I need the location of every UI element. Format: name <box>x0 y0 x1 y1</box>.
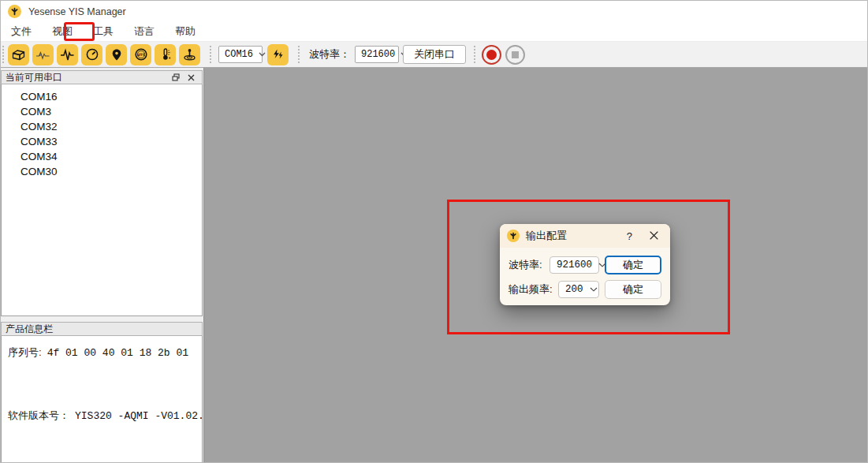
baud-rate-label: 波特率： <box>309 47 350 62</box>
dialog-close-button[interactable] <box>642 230 663 242</box>
port-list-item[interactable]: COM16 <box>2 89 202 104</box>
dialog-body: 波特率: 921600 确定 输出频率: 200 确定 <box>500 248 670 299</box>
info-panel-header: 产品信息栏 <box>1 322 203 336</box>
info-panel-title: 产品信息栏 <box>6 323 53 336</box>
location-pin-button[interactable] <box>106 44 127 65</box>
port-list: COM16 COM3 COM32 COM33 COM34 COM30 <box>1 84 203 316</box>
dialog-output-rate-value: 200 <box>565 284 583 295</box>
dialog-baud-value: 921600 <box>557 260 592 271</box>
product-info-panel: 序列号: 4f 01 00 40 01 18 2b 01 软件版本号： YIS3… <box>1 336 203 463</box>
serial-number-row: 序列号: 4f 01 00 40 01 18 2b 01 <box>8 345 188 360</box>
com-port-value: COM16 <box>225 49 253 60</box>
toolbar: UTC COM16 <box>1 42 867 68</box>
software-version-value: YIS320 -AQMI -V01.02.03; <box>75 410 203 422</box>
close-serial-port-button[interactable]: 关闭串口 <box>403 45 466 64</box>
toolbar-grip[interactable] <box>2 46 6 63</box>
menu-item-tools[interactable]: 工具 <box>84 22 122 41</box>
yesense-logo-icon <box>8 5 21 18</box>
thermometer-button[interactable] <box>155 44 176 65</box>
menu-item-view[interactable]: 视图 <box>43 22 81 41</box>
close-icon <box>650 230 658 242</box>
titlebar: Yesense YIS Manager <box>1 1 867 22</box>
stop-button[interactable] <box>505 45 525 65</box>
svg-text:UTC: UTC <box>136 53 145 57</box>
software-version-row: 软件版本号： YIS320 -AQMI -V01.02.03; <box>8 409 203 423</box>
gauge-button[interactable] <box>81 44 102 65</box>
raw-waveform-button[interactable] <box>57 44 78 65</box>
menu-item-file[interactable]: 文件 <box>2 22 40 41</box>
attitude-waveform-button[interactable] <box>32 44 54 65</box>
output-config-dialog: 输出配置 ? 波特率: 921600 确定 输出频率: <box>500 224 670 305</box>
record-button[interactable] <box>482 45 501 65</box>
chevron-down-icon <box>259 49 266 60</box>
software-version-label: 软件版本号： <box>8 409 69 423</box>
toolbar-grip[interactable] <box>474 46 477 63</box>
port-list-item[interactable]: COM34 <box>2 149 202 164</box>
joystick-button[interactable] <box>179 44 200 65</box>
stop-icon <box>512 51 519 58</box>
serial-number-value: 4f 01 00 40 01 18 2b 01 <box>47 347 188 359</box>
yesense-logo-icon <box>507 230 520 242</box>
toolbar-grip[interactable] <box>298 46 301 63</box>
ports-panel-header: 当前可用串口 <box>1 70 203 84</box>
record-icon <box>486 50 497 60</box>
menu-item-language[interactable]: 语言 <box>125 22 163 41</box>
dialog-baud-label: 波特率: <box>509 258 542 272</box>
baud-rate-value: 921600 <box>361 49 395 60</box>
baud-rate-select[interactable]: 921600 <box>355 46 399 63</box>
port-list-item[interactable]: COM33 <box>2 134 202 149</box>
port-list-item[interactable]: COM32 <box>2 119 202 134</box>
port-list-item[interactable]: COM3 <box>2 104 202 119</box>
output-rate-confirm-button[interactable]: 确定 <box>605 280 661 299</box>
dialog-output-rate-select[interactable]: 200 <box>558 281 599 298</box>
chevron-down-icon <box>590 284 598 295</box>
serial-number-label: 序列号: <box>8 345 42 360</box>
ports-panel-title: 当前可用串口 <box>6 71 62 84</box>
baud-confirm-button[interactable]: 确定 <box>605 256 661 274</box>
toolbar-grip[interactable] <box>210 46 213 63</box>
cube-3d-button[interactable] <box>8 44 29 65</box>
float-panel-button[interactable] <box>169 72 182 83</box>
dialog-baud-select[interactable]: 921600 <box>549 256 599 274</box>
port-list-item[interactable]: COM30 <box>2 164 202 179</box>
dialog-title: 输出配置 <box>526 229 617 243</box>
utc-clock-button[interactable]: UTC <box>130 44 151 65</box>
dialog-output-rate-label: 输出频率: <box>509 282 553 297</box>
dialog-help-button[interactable]: ? <box>617 230 642 242</box>
app-title: Yesense YIS Manager <box>28 6 126 17</box>
output-rate-row: 输出频率: 200 确定 <box>509 280 661 299</box>
dock-splitter[interactable] <box>1 316 203 322</box>
baud-rate-row: 波特率: 921600 确定 <box>509 256 661 274</box>
menu-item-help[interactable]: 帮助 <box>166 22 204 41</box>
dialog-titlebar: 输出配置 ? <box>500 224 670 248</box>
app-window: Yesense YIS Manager 文件 视图 工具 语言 帮助 <box>0 0 868 463</box>
refresh-ports-button[interactable] <box>267 44 289 65</box>
close-panel-button[interactable] <box>184 72 198 83</box>
com-port-select[interactable]: COM16 <box>218 46 263 63</box>
menubar: 文件 视图 工具 语言 帮助 <box>1 22 867 42</box>
left-dock-panel: 当前可用串口 COM16 COM3 COM32 COM33 COM34 COM3… <box>1 68 204 463</box>
